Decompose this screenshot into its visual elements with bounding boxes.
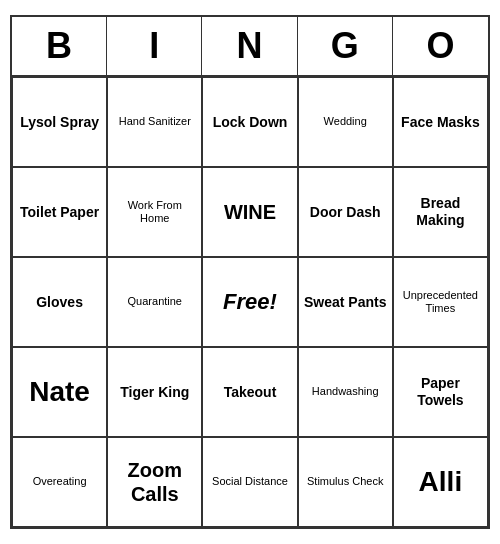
bingo-cell-1: Hand Sanitizer bbox=[107, 77, 202, 167]
bingo-header: BINGO bbox=[12, 17, 488, 77]
bingo-cell-11: Quarantine bbox=[107, 257, 202, 347]
bingo-cell-15: Nate bbox=[12, 347, 107, 437]
bingo-cell-18: Handwashing bbox=[298, 347, 393, 437]
bingo-cell-5: Toilet Paper bbox=[12, 167, 107, 257]
bingo-cell-3: Wedding bbox=[298, 77, 393, 167]
bingo-cell-17: Takeout bbox=[202, 347, 297, 437]
bingo-cell-23: Stimulus Check bbox=[298, 437, 393, 527]
bingo-cell-13: Sweat Pants bbox=[298, 257, 393, 347]
bingo-cell-6: Work From Home bbox=[107, 167, 202, 257]
bingo-card: BINGO Lysol SprayHand SanitizerLock Down… bbox=[10, 15, 490, 529]
bingo-cell-16: Tiger King bbox=[107, 347, 202, 437]
bingo-cell-20: Overeating bbox=[12, 437, 107, 527]
bingo-cell-4: Face Masks bbox=[393, 77, 488, 167]
bingo-grid: Lysol SprayHand SanitizerLock DownWeddin… bbox=[12, 77, 488, 527]
bingo-cell-24: Alli bbox=[393, 437, 488, 527]
header-letter-g: G bbox=[298, 17, 393, 75]
bingo-cell-7: WINE bbox=[202, 167, 297, 257]
bingo-cell-19: Paper Towels bbox=[393, 347, 488, 437]
bingo-cell-2: Lock Down bbox=[202, 77, 297, 167]
bingo-cell-0: Lysol Spray bbox=[12, 77, 107, 167]
header-letter-n: N bbox=[202, 17, 297, 75]
header-letter-o: O bbox=[393, 17, 488, 75]
bingo-cell-12: Free! bbox=[202, 257, 297, 347]
bingo-cell-14: Unprecedented Times bbox=[393, 257, 488, 347]
bingo-cell-10: Gloves bbox=[12, 257, 107, 347]
bingo-cell-9: Bread Making bbox=[393, 167, 488, 257]
header-letter-i: I bbox=[107, 17, 202, 75]
bingo-cell-8: Door Dash bbox=[298, 167, 393, 257]
bingo-cell-21: Zoom Calls bbox=[107, 437, 202, 527]
header-letter-b: B bbox=[12, 17, 107, 75]
bingo-cell-22: Social Distance bbox=[202, 437, 297, 527]
